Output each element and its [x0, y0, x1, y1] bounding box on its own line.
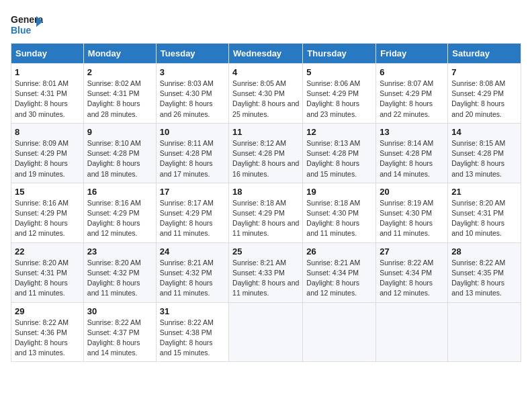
day-detail: Sunrise: 8:06 AM Sunset: 4:29 PM Dayligh…: [306, 79, 372, 120]
calendar-week-row: 29 Sunrise: 8:22 AM Sunset: 4:36 PM Dayl…: [11, 302, 521, 362]
day-detail: Sunrise: 8:01 AM Sunset: 4:31 PM Dayligh…: [15, 79, 80, 120]
calendar-header-row: SundayMondayTuesdayWednesdayThursdayFrid…: [11, 44, 521, 64]
day-detail: Sunrise: 8:02 AM Sunset: 4:31 PM Dayligh…: [87, 79, 152, 120]
day-number: 12: [306, 127, 372, 137]
day-detail: Sunrise: 8:18 AM Sunset: 4:29 PM Dayligh…: [232, 198, 299, 239]
day-number: 16: [87, 187, 152, 197]
day-number: 18: [232, 187, 299, 197]
day-number: 19: [306, 187, 372, 197]
day-detail: Sunrise: 8:11 AM Sunset: 4:28 PM Dayligh…: [160, 138, 225, 179]
calendar-day-cell: 5 Sunrise: 8:06 AM Sunset: 4:29 PM Dayli…: [303, 64, 376, 124]
calendar-table: SundayMondayTuesdayWednesdayThursdayFrid…: [11, 43, 521, 362]
calendar-week-row: 1 Sunrise: 8:01 AM Sunset: 4:31 PM Dayli…: [11, 64, 521, 124]
day-number: 15: [15, 187, 80, 197]
calendar-day-cell: [376, 302, 448, 362]
day-number: 5: [306, 67, 372, 77]
day-detail: Sunrise: 8:10 AM Sunset: 4:28 PM Dayligh…: [87, 138, 152, 179]
day-detail: Sunrise: 8:21 AM Sunset: 4:33 PM Dayligh…: [232, 258, 299, 299]
calendar-day-cell: 17 Sunrise: 8:17 AM Sunset: 4:29 PM Dayl…: [156, 183, 228, 242]
calendar-day-cell: 15 Sunrise: 8:16 AM Sunset: 4:29 PM Dayl…: [11, 183, 84, 242]
calendar-day-cell: 16 Sunrise: 8:16 AM Sunset: 4:29 PM Dayl…: [83, 183, 156, 242]
day-number: 22: [15, 246, 80, 257]
calendar-day-cell: 20 Sunrise: 8:19 AM Sunset: 4:30 PM Dayl…: [376, 183, 448, 242]
calendar-day-cell: 7 Sunrise: 8:08 AM Sunset: 4:29 PM Dayli…: [448, 64, 521, 124]
day-number: 23: [87, 246, 152, 257]
day-number: 11: [232, 127, 299, 137]
day-detail: Sunrise: 8:08 AM Sunset: 4:29 PM Dayligh…: [451, 79, 517, 120]
day-number: 13: [380, 127, 444, 137]
day-detail: Sunrise: 8:22 AM Sunset: 4:37 PM Dayligh…: [87, 318, 152, 359]
day-detail: Sunrise: 8:15 AM Sunset: 4:28 PM Dayligh…: [451, 138, 517, 179]
calendar-day-cell: 19 Sunrise: 8:18 AM Sunset: 4:30 PM Dayl…: [303, 183, 376, 242]
calendar-day-cell: 12 Sunrise: 8:13 AM Sunset: 4:28 PM Dayl…: [303, 123, 376, 183]
day-detail: Sunrise: 8:20 AM Sunset: 4:31 PM Dayligh…: [15, 258, 80, 299]
day-number: 20: [380, 187, 444, 197]
day-detail: Sunrise: 8:07 AM Sunset: 4:29 PM Dayligh…: [380, 79, 444, 120]
weekday-header: Tuesday: [156, 44, 228, 64]
logo: General Blue: [11, 11, 43, 36]
calendar-day-cell: [229, 302, 303, 362]
day-number: 30: [87, 306, 152, 316]
weekday-header: Monday: [83, 44, 156, 64]
svg-text:Blue: Blue: [11, 25, 32, 36]
day-number: 28: [451, 246, 517, 257]
day-number: 29: [15, 306, 80, 316]
day-detail: Sunrise: 8:05 AM Sunset: 4:30 PM Dayligh…: [232, 79, 299, 120]
day-detail: Sunrise: 8:16 AM Sunset: 4:29 PM Dayligh…: [87, 198, 152, 239]
calendar-day-cell: 13 Sunrise: 8:14 AM Sunset: 4:28 PM Dayl…: [376, 123, 448, 183]
day-detail: Sunrise: 8:19 AM Sunset: 4:30 PM Dayligh…: [380, 198, 444, 239]
calendar-day-cell: [303, 302, 376, 362]
weekday-header: Saturday: [448, 44, 521, 64]
calendar-day-cell: 1 Sunrise: 8:01 AM Sunset: 4:31 PM Dayli…: [11, 64, 84, 124]
day-number: 9: [87, 127, 152, 137]
calendar-day-cell: 27 Sunrise: 8:22 AM Sunset: 4:34 PM Dayl…: [376, 242, 448, 302]
weekday-header: Friday: [376, 44, 448, 64]
day-number: 14: [451, 127, 517, 137]
day-number: 21: [451, 187, 517, 197]
day-detail: Sunrise: 8:18 AM Sunset: 4:30 PM Dayligh…: [306, 198, 372, 239]
calendar-day-cell: 24 Sunrise: 8:21 AM Sunset: 4:32 PM Dayl…: [156, 242, 228, 302]
day-detail: Sunrise: 8:12 AM Sunset: 4:28 PM Dayligh…: [232, 138, 299, 179]
day-detail: Sunrise: 8:20 AM Sunset: 4:31 PM Dayligh…: [451, 198, 517, 239]
day-detail: Sunrise: 8:22 AM Sunset: 4:38 PM Dayligh…: [160, 318, 225, 359]
weekday-header: Sunday: [11, 44, 84, 64]
calendar-week-row: 15 Sunrise: 8:16 AM Sunset: 4:29 PM Dayl…: [11, 183, 521, 242]
calendar-week-row: 22 Sunrise: 8:20 AM Sunset: 4:31 PM Dayl…: [11, 242, 521, 302]
day-number: 31: [160, 306, 225, 316]
calendar-day-cell: 26 Sunrise: 8:21 AM Sunset: 4:34 PM Dayl…: [303, 242, 376, 302]
day-detail: Sunrise: 8:22 AM Sunset: 4:34 PM Dayligh…: [380, 258, 444, 299]
calendar-day-cell: 6 Sunrise: 8:07 AM Sunset: 4:29 PM Dayli…: [376, 64, 448, 124]
calendar-day-cell: 23 Sunrise: 8:20 AM Sunset: 4:32 PM Dayl…: [83, 242, 156, 302]
day-number: 26: [306, 246, 372, 257]
day-detail: Sunrise: 8:13 AM Sunset: 4:28 PM Dayligh…: [306, 138, 372, 179]
day-number: 3: [160, 67, 225, 77]
day-detail: Sunrise: 8:22 AM Sunset: 4:36 PM Dayligh…: [15, 318, 80, 359]
calendar-day-cell: 8 Sunrise: 8:09 AM Sunset: 4:29 PM Dayli…: [11, 123, 84, 183]
calendar-day-cell: 11 Sunrise: 8:12 AM Sunset: 4:28 PM Dayl…: [229, 123, 303, 183]
day-number: 10: [160, 127, 225, 137]
day-number: 27: [380, 246, 444, 257]
day-number: 1: [15, 67, 80, 77]
day-detail: Sunrise: 8:09 AM Sunset: 4:29 PM Dayligh…: [15, 138, 80, 179]
calendar-day-cell: 25 Sunrise: 8:21 AM Sunset: 4:33 PM Dayl…: [229, 242, 303, 302]
day-number: 8: [15, 127, 80, 137]
calendar-day-cell: 9 Sunrise: 8:10 AM Sunset: 4:28 PM Dayli…: [83, 123, 156, 183]
calendar-day-cell: 30 Sunrise: 8:22 AM Sunset: 4:37 PM Dayl…: [83, 302, 156, 362]
day-detail: Sunrise: 8:22 AM Sunset: 4:35 PM Dayligh…: [451, 258, 517, 299]
calendar-day-cell: 21 Sunrise: 8:20 AM Sunset: 4:31 PM Dayl…: [448, 183, 521, 242]
day-number: 6: [380, 67, 444, 77]
day-detail: Sunrise: 8:20 AM Sunset: 4:32 PM Dayligh…: [87, 258, 152, 299]
page-header: General Blue: [11, 11, 521, 36]
calendar-day-cell: 10 Sunrise: 8:11 AM Sunset: 4:28 PM Dayl…: [156, 123, 228, 183]
calendar-day-cell: 14 Sunrise: 8:15 AM Sunset: 4:28 PM Dayl…: [448, 123, 521, 183]
calendar-day-cell: 29 Sunrise: 8:22 AM Sunset: 4:36 PM Dayl…: [11, 302, 84, 362]
calendar-day-cell: [448, 302, 521, 362]
calendar-day-cell: 4 Sunrise: 8:05 AM Sunset: 4:30 PM Dayli…: [229, 64, 303, 124]
day-number: 25: [232, 246, 299, 257]
calendar-day-cell: 3 Sunrise: 8:03 AM Sunset: 4:30 PM Dayli…: [156, 64, 228, 124]
day-number: 7: [451, 67, 517, 77]
day-detail: Sunrise: 8:21 AM Sunset: 4:34 PM Dayligh…: [306, 258, 372, 299]
weekday-header: Wednesday: [229, 44, 303, 64]
calendar-day-cell: 22 Sunrise: 8:20 AM Sunset: 4:31 PM Dayl…: [11, 242, 84, 302]
day-number: 2: [87, 67, 152, 77]
